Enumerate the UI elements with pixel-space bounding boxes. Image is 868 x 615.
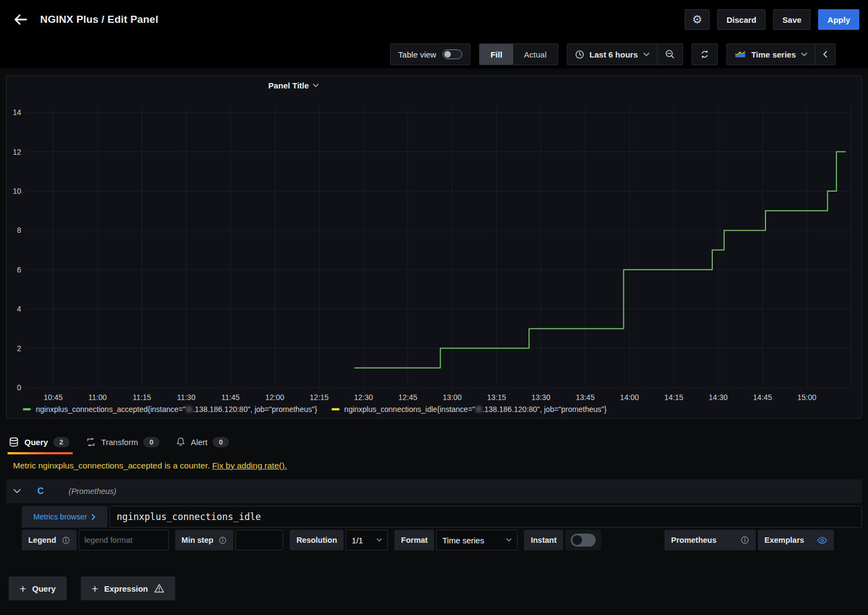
panel-title: Panel Title [269, 81, 309, 90]
x-axis-tick-label: 13:00 [443, 393, 462, 402]
x-axis-tick-label: 12:15 [310, 393, 329, 402]
panel-title-menu[interactable]: Panel Title [269, 81, 319, 90]
x-axis-tick-label: 13:15 [487, 393, 506, 402]
add-expression-button[interactable]: + Expression [81, 576, 175, 600]
query-editor: C (Prometheus) Metrics browser Legend Mi… [6, 479, 862, 550]
x-axis-tick-label: 13:45 [576, 393, 595, 402]
add-query-button[interactable]: + Query [9, 576, 67, 600]
fix-rate-link[interactable]: Fix by adding rate(). [212, 461, 287, 470]
y-axis-tick-label: 8 [17, 226, 21, 234]
info-icon[interactable] [219, 536, 227, 544]
eye-icon[interactable] [817, 536, 827, 544]
collapse-query-chevron-icon[interactable] [14, 489, 28, 493]
chart-legend: nginxplus_connections_accepted{instance=… [23, 403, 607, 416]
metrics-browser-button[interactable]: Metrics browser [22, 506, 107, 528]
clock-icon [575, 50, 584, 59]
query-datasource: (Prometheus) [69, 487, 117, 496]
info-icon[interactable] [741, 536, 749, 544]
promql-query-input[interactable] [110, 506, 862, 528]
discard-button[interactable]: Discard [717, 9, 765, 30]
x-axis-tick-label: 14:00 [620, 393, 639, 402]
tab-alert-count: 0 [213, 437, 228, 447]
x-axis-tick-label: 11:00 [88, 393, 107, 402]
x-axis-tick-label: 12:45 [398, 393, 417, 402]
chevron-down-icon [801, 53, 807, 56]
counter-warning: Metric nginxplus_connections_accepted is… [13, 461, 859, 471]
panel-settings-button[interactable]: ⚙ [685, 9, 710, 30]
min-step-input[interactable] [235, 530, 283, 550]
tab-query-count: 2 [53, 437, 69, 447]
format-option-label: Format [394, 530, 434, 550]
x-axis-tick-label: 14:30 [709, 393, 727, 402]
x-axis-tick-label: 11:15 [132, 393, 151, 402]
exemplars-option-label: Exemplars [758, 530, 834, 550]
x-axis-tick-label: 11:45 [221, 393, 240, 402]
editor-tabs: Query 2 Transform 0 Alert 0 [9, 429, 859, 454]
query-ref-id: C [37, 486, 44, 496]
query-footer-actions: + Query + Expression [9, 576, 868, 600]
resolution-select[interactable]: 1/1 [346, 530, 388, 550]
collapse-options-button[interactable] [815, 44, 835, 65]
time-series-chart[interactable]: 0246810121410:4511:0011:1511:3011:4512:0… [7, 92, 863, 403]
tab-transform[interactable]: Transform 0 [86, 429, 159, 454]
database-icon [9, 437, 19, 447]
instant-toggle[interactable] [571, 534, 596, 547]
fill-option[interactable]: Fill [480, 44, 513, 65]
timeseries-viz-icon [735, 50, 746, 59]
viz-picker[interactable]: Time series [727, 44, 815, 65]
table-view-toggle[interactable]: Table view [390, 43, 470, 65]
query-row-header[interactable]: C (Prometheus) [6, 479, 862, 503]
back-button[interactable] [9, 8, 33, 31]
tab-transform-label: Transform [101, 438, 138, 447]
x-axis-tick-label: 14:15 [665, 393, 684, 402]
chevron-down-icon [643, 53, 649, 56]
redacted-text [186, 406, 192, 413]
table-view-label: Table view [398, 50, 436, 59]
tab-query-label: Query [24, 438, 48, 447]
zoom-out-icon [665, 49, 675, 59]
chevron-down-icon [312, 84, 318, 87]
time-range-group: Last 6 hours [567, 43, 683, 65]
y-axis-tick-label: 0 [17, 383, 21, 392]
transform-icon [86, 437, 96, 447]
series-line [355, 152, 845, 368]
apply-button[interactable]: Apply [818, 9, 859, 30]
x-axis-tick-label: 10:45 [44, 393, 63, 402]
refresh-icon [700, 49, 710, 59]
save-button[interactable]: Save [773, 9, 810, 30]
warning-triangle-icon [154, 584, 164, 593]
tab-alert[interactable]: Alert 0 [176, 429, 229, 454]
time-range-picker[interactable]: Last 6 hours [567, 44, 657, 65]
refresh-button[interactable] [692, 44, 717, 65]
format-select[interactable]: Time series [436, 530, 518, 550]
time-range-label: Last 6 hours [590, 50, 638, 59]
legend-item[interactable]: nginxplus_connections_idle{instance=".13… [331, 405, 607, 414]
legend-option-label: Legend [22, 530, 76, 550]
datasource-help-label: Prometheus [665, 530, 756, 550]
chevron-right-icon [92, 514, 95, 520]
fill-actual-segmented: Fill Actual [479, 43, 558, 65]
legend-format-input[interactable] [79, 530, 169, 550]
back-arrow-icon [14, 12, 28, 27]
chevron-left-icon [823, 51, 827, 58]
legend-item[interactable]: nginxplus_connections_accepted{instance=… [23, 405, 317, 414]
query-options-row: Legend Min step Resolution 1/1 [22, 530, 862, 550]
viz-picker-label: Time series [751, 50, 796, 59]
info-icon[interactable] [62, 536, 70, 544]
viz-picker-group: Time series [726, 43, 835, 65]
actual-option[interactable]: Actual [513, 44, 558, 65]
plus-icon: + [20, 583, 26, 594]
tab-transform-count: 0 [143, 437, 159, 447]
refresh-button-box [692, 43, 718, 65]
table-view-switch[interactable] [443, 49, 462, 59]
legend-series-label: nginxplus_connections_idle{instance=".13… [344, 405, 607, 414]
panel-edit-toolbar: Table view Fill Actual Last 6 hours [0, 39, 868, 68]
instant-option-label: Instant [524, 530, 563, 550]
zoom-out-button[interactable] [658, 44, 682, 65]
y-axis-tick-label: 10 [12, 187, 21, 195]
legend-series-marker [23, 408, 31, 410]
gear-icon: ⚙ [692, 14, 703, 26]
x-axis-tick-label: 12:30 [354, 393, 373, 402]
page-title: NGINX Plus / Edit Panel [40, 14, 158, 26]
tab-query[interactable]: Query 2 [9, 429, 69, 454]
